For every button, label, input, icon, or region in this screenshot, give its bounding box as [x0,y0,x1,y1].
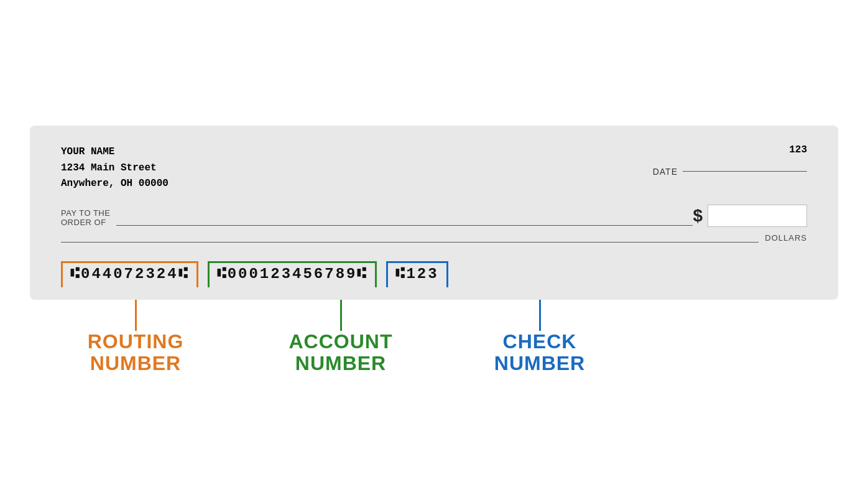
check-address1: 1234 Main Street [61,160,169,177]
labels-row: ROUTING NUMBER ACCOUNT NUMBER CHECK NUMB… [30,300,838,374]
account-label: ACCOUNT NUMBER [289,331,393,374]
routing-label-line2: NUMBER [88,353,184,374]
dollar-box: $ [693,205,807,227]
date-label: DATE [653,167,678,177]
routing-label-line1: ROUTING [88,331,184,353]
routing-label: ROUTING NUMBER [88,331,184,374]
routing-bracket: ⑆044072324⑆ [61,261,198,287]
check-connector [539,300,541,331]
pay-to-label: PAY TO THE ORDER OF [61,208,110,227]
date-line [683,171,807,172]
account-micr-text: ⑆000123456789⑆ [217,266,368,282]
check-label: CHECK NUMBER [494,331,585,374]
micr-section: ⑆044072324⑆ ⑆000123456789⑆ ⑆123 [61,261,807,287]
check-label-group: CHECK NUMBER [478,300,602,374]
dollars-line [61,242,759,243]
check-top-right: 123 DATE [653,144,807,177]
check-address2: Anywhere, OH 00000 [61,176,169,192]
check-name: YOUR NAME [61,144,169,160]
account-label-group: ACCOUNT NUMBER [254,300,428,374]
pay-to-group: PAY TO THE ORDER OF [61,208,693,227]
check-bracket: ⑆123 [386,261,448,287]
check-date-row: DATE [653,167,807,177]
check-name-address: YOUR NAME 1234 Main Street Anywhere, OH … [61,144,169,192]
pay-to-line1: PAY TO THE [61,208,110,218]
routing-label-group: ROUTING NUMBER [61,300,210,374]
dollars-label: DOLLARS [765,233,807,243]
routing-connector [135,300,137,331]
dollars-row: DOLLARS [61,233,807,243]
account-label-line2: NUMBER [289,353,393,374]
page-container: YOUR NAME 1234 Main Street Anywhere, OH … [17,126,851,374]
pay-to-row: PAY TO THE ORDER OF $ [61,205,807,227]
dollar-sign: $ [693,206,703,226]
amount-box [708,205,807,227]
account-connector [340,300,342,331]
check-label-line2: NUMBER [494,353,585,374]
check-image: YOUR NAME 1234 Main Street Anywhere, OH … [30,126,838,300]
account-label-line1: ACCOUNT [289,331,393,353]
pay-to-line [116,225,693,226]
account-bracket: ⑆000123456789⑆ [208,261,377,287]
check-micr-text: ⑆123 [395,266,438,282]
check-label-line1: CHECK [494,331,585,353]
pay-to-line2: ORDER OF [61,218,110,227]
routing-micr-text: ⑆044072324⑆ [70,266,189,282]
check-top-section: YOUR NAME 1234 Main Street Anywhere, OH … [61,144,807,192]
check-number: 123 [789,144,807,155]
